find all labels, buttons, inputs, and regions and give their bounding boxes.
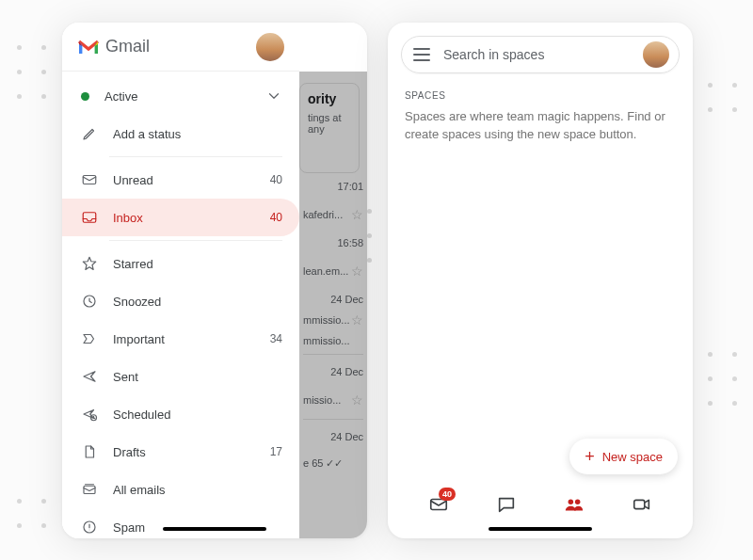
sidebar-item-drafts[interactable]: Drafts 17 (62, 433, 299, 471)
gmail-logo-icon (77, 39, 100, 56)
pencil-icon (81, 125, 98, 142)
sidebar-item-sent[interactable]: Sent (62, 358, 299, 395)
plus-icon: + (585, 448, 595, 465)
add-status-label: Add a status (113, 127, 282, 141)
status-row[interactable]: Active (62, 77, 299, 115)
svg-point-7 (89, 530, 90, 531)
sidebar-item-spam[interactable]: Spam (62, 508, 299, 538)
gmail-drawer-phone: ority tings at any 17:01 kafedri...☆ 16:… (62, 23, 367, 538)
avatar[interactable] (256, 33, 284, 61)
sidebar-item-inbox[interactable]: Inbox 40 (62, 199, 299, 236)
scheduled-icon (81, 406, 98, 423)
nav-chat[interactable] (493, 491, 520, 518)
spam-icon (81, 519, 98, 536)
svg-point-10 (575, 500, 581, 505)
inbox-icon (81, 209, 98, 226)
add-status-row[interactable]: Add a status (62, 115, 299, 152)
status-active-dot (81, 92, 89, 101)
send-icon (81, 368, 98, 385)
svg-rect-0 (83, 176, 96, 184)
status-label: Active (104, 89, 265, 104)
svg-rect-11 (634, 500, 645, 508)
spaces-phone: Search in spaces SPACES Spaces are where… (388, 23, 693, 538)
drawer-header: Gmail (62, 23, 299, 72)
home-indicator (163, 527, 266, 531)
gmail-logo: Gmail (77, 37, 150, 56)
sidebar-item-scheduled[interactable]: Scheduled (62, 395, 299, 433)
nav-mail[interactable]: 40 (425, 491, 452, 518)
svg-point-9 (569, 500, 574, 505)
bottom-nav: 40 (388, 484, 693, 525)
chevron-down-icon (265, 88, 282, 104)
svg-marker-2 (83, 257, 96, 269)
svg-rect-5 (84, 486, 95, 493)
drawer-divider (109, 156, 282, 157)
important-icon (81, 330, 98, 347)
sidebar-item-all-emails[interactable]: All emails (62, 471, 299, 508)
envelope-icon (81, 171, 98, 188)
avatar[interactable] (643, 41, 669, 68)
app-label: Gmail (105, 37, 150, 56)
sidebar-item-important[interactable]: Important 34 (62, 320, 299, 358)
sidebar-item-snoozed[interactable]: Snoozed (62, 282, 299, 320)
fab-label: New space (602, 450, 663, 464)
search-bar[interactable]: Search in spaces (401, 36, 680, 73)
new-space-fab[interactable]: + New space (569, 439, 678, 474)
spaces-section-label: SPACES (405, 90, 676, 101)
clock-icon (81, 293, 98, 310)
sidebar-item-unread[interactable]: Unread 40 (62, 161, 299, 199)
star-icon (81, 255, 98, 272)
nav-spaces[interactable] (561, 491, 587, 518)
document-icon (81, 443, 98, 460)
drawer-overlay[interactable] (299, 72, 367, 538)
spaces-description: Spaces are where team magic happens. Fin… (405, 108, 676, 144)
phone-bg: ority tings at any 17:01 kafedri...☆ 16:… (62, 23, 367, 538)
search-placeholder: Search in spaces (443, 47, 643, 62)
home-indicator (489, 527, 592, 531)
drawer-divider (109, 240, 282, 241)
stack-mail-icon (81, 481, 98, 498)
hamburger-icon[interactable] (413, 48, 430, 61)
nav-drawer: Gmail Active Add a status (62, 23, 299, 538)
sidebar-item-starred[interactable]: Starred (62, 245, 299, 282)
nav-meet[interactable] (629, 491, 655, 518)
mail-badge: 40 (439, 488, 456, 501)
